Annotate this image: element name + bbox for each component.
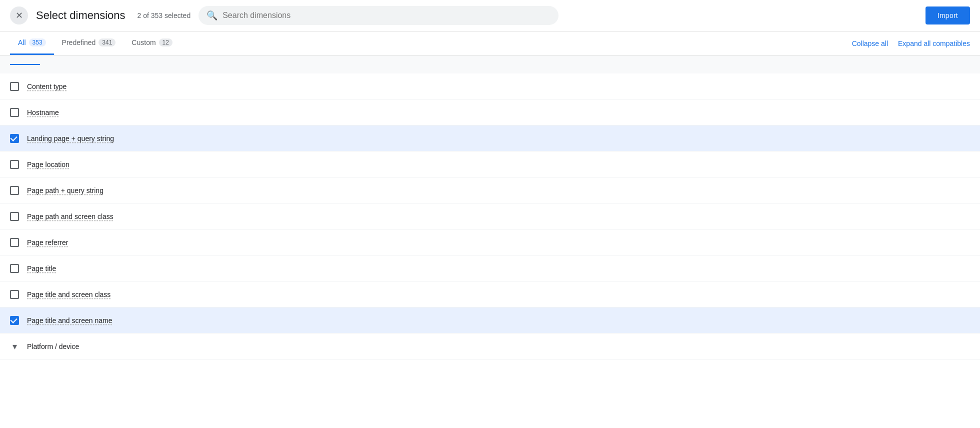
section-line	[10, 64, 40, 65]
page-path-query-string-label: Page path + query string	[27, 186, 104, 194]
page-title-checkbox[interactable]	[10, 264, 19, 273]
page-path-screen-class-checkbox[interactable]	[10, 212, 19, 221]
dialog-title: Select dimensions	[36, 9, 126, 22]
tab-custom-label: Custom	[132, 38, 156, 46]
content-type-label: Content type	[27, 82, 66, 90]
search-icon: 🔍	[206, 10, 218, 21]
list-item[interactable]: Hostname	[0, 100, 980, 126]
list-item[interactable]: Page location	[0, 152, 980, 178]
search-input[interactable]	[222, 11, 550, 20]
hostname-label: Hostname	[27, 108, 59, 116]
tab-predefined-label: Predefined	[62, 38, 96, 46]
dimensions-list: Content type Hostname Landing page + que…	[0, 74, 980, 360]
landing-page-query-string-label: Landing page + query string	[27, 134, 114, 142]
expand-all-compatibles-button[interactable]: Expand all compatibles	[898, 40, 970, 48]
list-item[interactable]: Page referrer	[0, 230, 980, 256]
list-item[interactable]: Page title and screen name	[0, 308, 980, 334]
tab-predefined-badge: 341	[98, 38, 116, 46]
tab-custom-badge: 12	[159, 38, 172, 46]
search-bar: 🔍	[198, 6, 558, 25]
chevron-down-icon: ▾	[10, 341, 19, 352]
tab-list: All 353 Predefined 341 Custom 12	[10, 32, 852, 55]
header: ✕ Select dimensions 2 of 353 selected 🔍 …	[0, 0, 980, 32]
list-item[interactable]: Content type	[0, 74, 980, 100]
page-title-label: Page title	[27, 264, 56, 272]
tab-custom[interactable]: Custom 12	[124, 32, 180, 55]
page-title-screen-name-checkbox[interactable]	[10, 316, 19, 325]
page-referrer-checkbox[interactable]	[10, 238, 19, 247]
tabs-bar: All 353 Predefined 341 Custom 12 Collaps…	[0, 32, 980, 56]
tab-all[interactable]: All 353	[10, 32, 54, 55]
list-item[interactable]: Page title and screen class	[0, 282, 980, 308]
tabs-actions: Collapse all Expand all compatibles	[852, 40, 970, 48]
tab-all-label: All	[18, 38, 26, 46]
landing-page-query-string-checkbox[interactable]	[10, 134, 19, 143]
page-title-screen-class-checkbox[interactable]	[10, 290, 19, 299]
page-path-screen-class-label: Page path and screen class	[27, 212, 114, 220]
close-icon: ✕	[16, 10, 23, 21]
section-divider	[0, 56, 980, 74]
list-item[interactable]: Page path + query string	[0, 178, 980, 204]
platform-device-expand-row[interactable]: ▾ Platform / device	[0, 334, 980, 360]
tab-all-badge: 353	[29, 38, 46, 46]
selected-count-label: 2 of 353 selected	[138, 12, 191, 20]
content-type-checkbox[interactable]	[10, 82, 19, 91]
page-location-label: Page location	[27, 160, 70, 168]
import-button[interactable]: Import	[926, 6, 970, 24]
page-title-screen-name-label: Page title and screen name	[27, 316, 112, 324]
page-referrer-label: Page referrer	[27, 238, 68, 246]
list-item[interactable]: Page title	[0, 256, 980, 282]
list-item[interactable]: Page path and screen class	[0, 204, 980, 230]
close-button[interactable]: ✕	[10, 6, 28, 24]
page-path-query-string-checkbox[interactable]	[10, 186, 19, 195]
hostname-checkbox[interactable]	[10, 108, 19, 117]
page-location-checkbox[interactable]	[10, 160, 19, 169]
collapse-all-button[interactable]: Collapse all	[852, 40, 888, 48]
platform-device-label: Platform / device	[27, 342, 79, 350]
tab-predefined[interactable]: Predefined 341	[54, 32, 124, 55]
page-title-screen-class-label: Page title and screen class	[27, 290, 110, 298]
list-item[interactable]: Landing page + query string	[0, 126, 980, 152]
